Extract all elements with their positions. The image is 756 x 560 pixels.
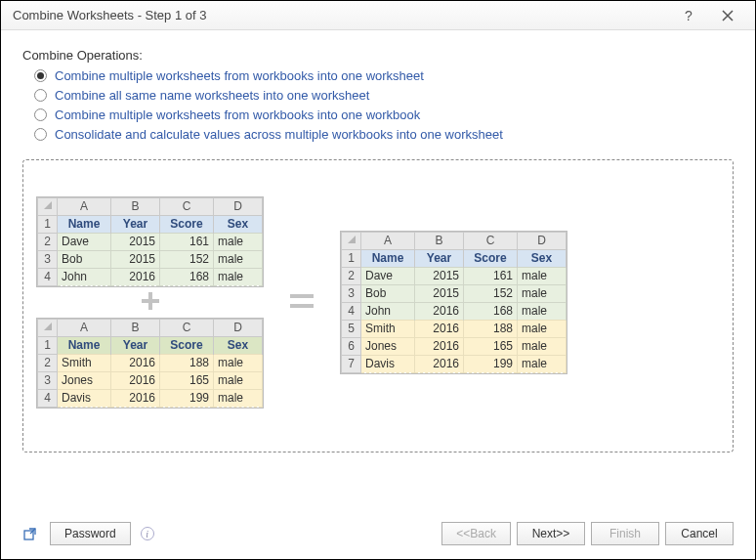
next-button[interactable]: Next>>	[517, 522, 585, 545]
footer-bar: Password i <<Back Next>> Finish Cancel	[22, 522, 734, 545]
result-table: A B C D 1NameYearScoreSex 2Dave2015161ma…	[341, 232, 567, 373]
col-header: C	[160, 197, 214, 215]
radio-option-3[interactable]: Combine multiple worksheets from workboo…	[34, 108, 734, 122]
close-icon	[722, 10, 734, 22]
data-row: 3Bob2015152male	[38, 250, 263, 268]
radio-label: Combine all same name worksheets into on…	[55, 88, 369, 103]
equals-icon	[288, 291, 315, 314]
col-header: A	[58, 197, 111, 215]
window-title: Combine Worksheets - Step 1 of 3	[13, 8, 669, 22]
section-label: Combine Operations:	[22, 48, 734, 63]
source-table-1: A B C D 1 Name Year Score	[37, 197, 263, 286]
radio-group: Combine multiple worksheets from workboo…	[22, 68, 734, 142]
svg-rect-0	[290, 294, 314, 298]
help-button[interactable]: ?	[669, 2, 708, 29]
plus-icon	[138, 288, 163, 317]
radio-icon	[34, 128, 47, 141]
cancel-button[interactable]: Cancel	[665, 522, 734, 545]
radio-label: Consolidate and calculate values across …	[55, 127, 503, 142]
back-button: <<Back	[441, 522, 511, 545]
radio-icon	[34, 69, 47, 82]
title-bar: Combine Worksheets - Step 1 of 3 ?	[1, 1, 755, 30]
popout-icon[interactable]	[22, 526, 38, 541]
col-header: D	[214, 197, 263, 215]
password-button[interactable]: Password	[50, 522, 131, 545]
radio-label: Combine multiple worksheets from workboo…	[55, 68, 424, 83]
source-table-2: A B C D 1NameYearScoreSex 2Smith2016188m…	[37, 319, 263, 408]
header-row: 1 Name Year Score Sex	[38, 215, 263, 233]
col-header: B	[111, 197, 160, 215]
radio-icon	[34, 89, 47, 102]
data-row: 2Dave2015161male	[38, 233, 263, 250]
preview-panel: A B C D 1 Name Year Score	[22, 159, 734, 452]
radio-label: Combine multiple worksheets from workboo…	[55, 108, 420, 122]
radio-option-4[interactable]: Consolidate and calculate values across …	[34, 127, 734, 142]
radio-option-2[interactable]: Combine all same name worksheets into on…	[34, 88, 734, 103]
close-button[interactable]	[708, 2, 747, 29]
data-row: 4John2016168male	[38, 268, 263, 285]
svg-rect-1	[290, 304, 314, 308]
info-icon[interactable]: i	[141, 527, 154, 540]
finish-button: Finish	[591, 522, 659, 545]
dialog-window: Combine Worksheets - Step 1 of 3 ? Combi…	[0, 0, 756, 560]
select-all-corner	[38, 197, 58, 215]
radio-icon	[34, 108, 47, 121]
radio-option-1[interactable]: Combine multiple worksheets from workboo…	[34, 68, 734, 83]
content-area: Combine Operations: Combine multiple wor…	[1, 30, 755, 464]
